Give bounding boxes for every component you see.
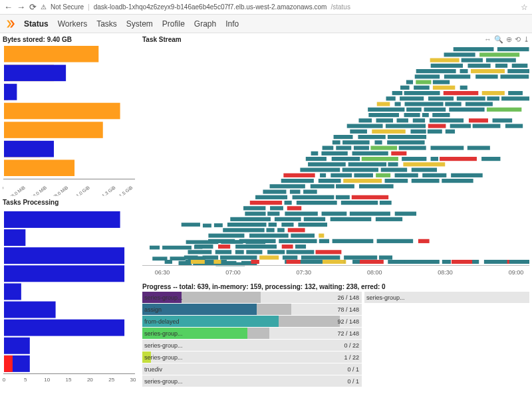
browser-back-icon[interactable]: ← bbox=[4, 2, 13, 12]
svg-rect-55 bbox=[406, 80, 413, 84]
svg-rect-135 bbox=[342, 168, 378, 172]
svg-rect-225 bbox=[182, 223, 200, 227]
svg-rect-134 bbox=[300, 168, 340, 172]
save-icon[interactable]: ⤓ bbox=[523, 35, 529, 44]
nav-item-system[interactable]: System bbox=[126, 19, 153, 29]
svg-rect-132 bbox=[388, 162, 398, 166]
tasks-processing-title: Tasks Processing bbox=[3, 197, 137, 207]
svg-rect-136 bbox=[381, 168, 407, 172]
svg-rect-62 bbox=[392, 91, 402, 95]
svg-rect-103 bbox=[428, 130, 442, 134]
svg-rect-198 bbox=[332, 239, 374, 243]
nav-item-status[interactable]: Status bbox=[24, 19, 49, 29]
svg-rect-127 bbox=[431, 157, 438, 161]
svg-rect-2 bbox=[4, 65, 66, 82]
svg-text:07:00: 07:00 bbox=[225, 269, 241, 276]
svg-rect-170 bbox=[287, 206, 301, 210]
svg-rect-28 bbox=[3, 373, 135, 374]
browser-reload-icon[interactable]: ⟳ bbox=[29, 2, 37, 12]
svg-rect-172 bbox=[267, 212, 279, 216]
security-label: Not Secure bbox=[51, 3, 84, 11]
svg-rect-142 bbox=[376, 173, 390, 177]
svg-rect-212 bbox=[316, 250, 342, 254]
svg-rect-22 bbox=[4, 283, 21, 300]
svg-rect-89 bbox=[397, 118, 408, 122]
svg-rect-271 bbox=[452, 260, 472, 264]
progress-label: series-group... bbox=[142, 342, 183, 349]
svg-rect-159 bbox=[255, 195, 287, 199]
svg-rect-104 bbox=[446, 130, 455, 134]
task-stream-chart[interactable]: 06:3007:0007:3008:0008:3009:00 bbox=[142, 46, 529, 278]
svg-rect-230 bbox=[246, 240, 266, 244]
svg-rect-129 bbox=[481, 157, 500, 161]
progress-label: series-group... bbox=[142, 378, 183, 385]
url-host[interactable]: dask-loadb-1xhqo4z6zeyx9-b146ae6b4e5c07f… bbox=[94, 3, 327, 11]
svg-rect-116 bbox=[399, 146, 426, 150]
dask-logo-icon bbox=[5, 19, 15, 29]
progress-row: series-group...26 / 148 bbox=[142, 292, 362, 303]
svg-rect-74 bbox=[395, 102, 401, 106]
svg-rect-181 bbox=[376, 217, 402, 221]
svg-rect-236 bbox=[188, 256, 205, 260]
svg-text:07:30: 07:30 bbox=[297, 269, 312, 276]
svg-rect-114 bbox=[354, 146, 369, 150]
progress-label: series-group... bbox=[142, 294, 183, 301]
zoom-icon[interactable]: 🔍 bbox=[494, 35, 503, 44]
svg-text:30: 30 bbox=[130, 377, 136, 383]
browser-forward-icon[interactable]: → bbox=[17, 2, 25, 12]
svg-rect-186 bbox=[223, 228, 264, 232]
svg-rect-81 bbox=[449, 108, 484, 112]
bookmark-star-icon[interactable]: ☆ bbox=[521, 3, 528, 12]
svg-text:1.0 GiB: 1.0 GiB bbox=[75, 185, 90, 196]
svg-text:0: 0 bbox=[3, 377, 6, 383]
svg-rect-125 bbox=[362, 157, 398, 161]
svg-rect-109 bbox=[342, 140, 370, 144]
svg-text:5: 5 bbox=[24, 377, 27, 383]
svg-rect-38 bbox=[444, 52, 475, 56]
nav-item-profile[interactable]: Profile bbox=[162, 19, 185, 29]
svg-rect-203 bbox=[235, 245, 277, 249]
svg-rect-107 bbox=[388, 135, 426, 139]
svg-rect-8 bbox=[4, 141, 54, 157]
pan-icon[interactable]: ↔ bbox=[484, 35, 491, 44]
url-path: /status bbox=[331, 3, 350, 11]
svg-rect-99 bbox=[505, 124, 523, 128]
reset-icon[interactable]: ⟲ bbox=[515, 35, 521, 44]
progress-row: series-group...0 / 22 bbox=[142, 340, 362, 351]
nav-item-workers[interactable]: Workers bbox=[58, 19, 87, 29]
svg-rect-20 bbox=[4, 247, 124, 264]
svg-rect-197 bbox=[319, 239, 329, 243]
progress-header: Progress -- total: 639, in-memory: 159, … bbox=[142, 282, 529, 292]
svg-rect-41 bbox=[462, 58, 483, 62]
wheel-zoom-icon[interactable]: ⊕ bbox=[506, 35, 512, 44]
svg-rect-66 bbox=[508, 91, 523, 95]
svg-rect-47 bbox=[416, 69, 456, 73]
svg-rect-130 bbox=[308, 162, 346, 166]
svg-rect-58 bbox=[400, 86, 410, 90]
progress-label: from-delayed bbox=[142, 318, 180, 325]
svg-rect-231 bbox=[150, 246, 160, 250]
svg-rect-61 bbox=[460, 86, 467, 90]
svg-text:25: 25 bbox=[108, 377, 114, 383]
nav-item-graph[interactable]: Graph bbox=[194, 19, 216, 29]
svg-rect-44 bbox=[467, 64, 490, 68]
svg-rect-220 bbox=[379, 256, 392, 260]
svg-rect-57 bbox=[433, 80, 450, 84]
svg-rect-145 bbox=[451, 173, 483, 177]
nav-item-info[interactable]: Info bbox=[225, 19, 239, 29]
svg-rect-98 bbox=[473, 124, 501, 128]
svg-text:1.3 GiB: 1.3 GiB bbox=[101, 185, 116, 196]
svg-rect-204 bbox=[282, 245, 293, 249]
progress-row: truediv0 / 1 bbox=[142, 363, 362, 375]
svg-rect-100 bbox=[350, 130, 367, 134]
svg-rect-56 bbox=[416, 80, 431, 84]
svg-rect-82 bbox=[487, 108, 521, 112]
svg-rect-191 bbox=[249, 234, 289, 238]
bytes-stored-title: Bytes stored: 9.40 GB bbox=[3, 35, 137, 45]
svg-rect-157 bbox=[290, 190, 301, 194]
progress-count: 0 / 1 bbox=[347, 366, 362, 373]
nav-item-tasks[interactable]: Tasks bbox=[96, 19, 117, 29]
svg-rect-95 bbox=[386, 124, 426, 128]
svg-rect-90 bbox=[413, 118, 425, 122]
svg-rect-215 bbox=[220, 256, 257, 260]
